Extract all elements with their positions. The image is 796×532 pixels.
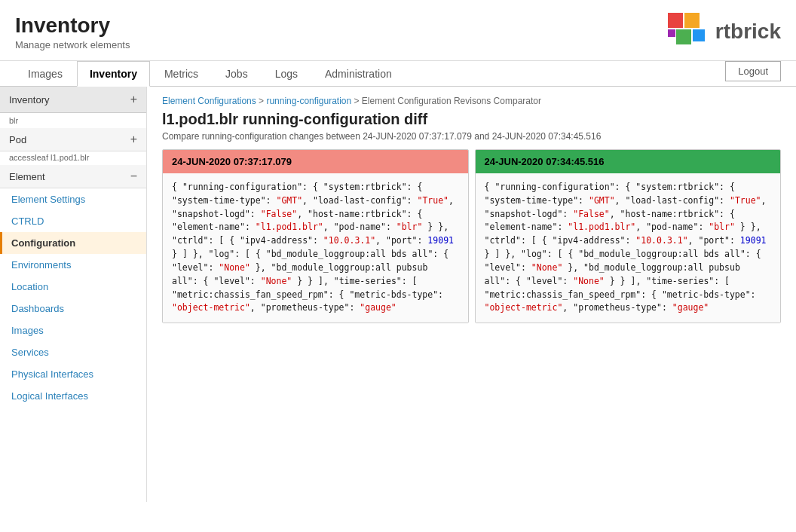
svg-rect-3 bbox=[693, 29, 705, 41]
sidebar-inventory-plus[interactable]: + bbox=[130, 93, 137, 106]
sidebar-item-dashboards[interactable]: Dashboards bbox=[0, 298, 146, 320]
svg-rect-4 bbox=[668, 29, 675, 37]
tab-logs[interactable]: Logs bbox=[262, 61, 311, 86]
sidebar-item-location[interactable]: Location bbox=[0, 276, 146, 298]
sidebar-pod-plus[interactable]: + bbox=[130, 133, 137, 146]
breadcrumb-part3: Element Configuration Revisons Comparato… bbox=[362, 96, 541, 106]
tab-administration[interactable]: Administration bbox=[312, 61, 405, 86]
diff-body-new[interactable]: { "running-configuration": { "system:rtb… bbox=[476, 173, 781, 323]
compare-description: Compare running-configuration changes be… bbox=[162, 131, 781, 142]
logout-button[interactable]: Logout bbox=[725, 61, 781, 81]
breadcrumb-part1[interactable]: Element Configurations bbox=[162, 96, 256, 106]
sidebar-element-header[interactable]: Element − bbox=[0, 165, 146, 188]
sidebar-item-images[interactable]: Images bbox=[0, 320, 146, 341]
tab-images[interactable]: Images bbox=[15, 61, 75, 86]
sidebar-pod-label: Pod bbox=[9, 134, 26, 145]
breadcrumb-sep1: > bbox=[259, 96, 266, 106]
nav-tabs-left: Images Inventory Metrics Jobs Logs Admin… bbox=[15, 61, 406, 86]
diff-container: 24-JUN-2020 07:37:17.079 { "running-conf… bbox=[162, 149, 781, 323]
rtbrick-logo-icon bbox=[664, 9, 709, 54]
main-content: Element Configurations > running-configu… bbox=[147, 87, 796, 502]
sidebar: Inventory + blr Pod + accessleaf l1.pod1… bbox=[0, 87, 147, 502]
breadcrumb-sep2: > bbox=[354, 96, 362, 106]
breadcrumb: Element Configurations > running-configu… bbox=[162, 96, 781, 106]
sidebar-element-minus[interactable]: − bbox=[130, 170, 137, 183]
rtbrick-logo-text: rtbrick bbox=[715, 20, 781, 44]
diff-panel-old: 24-JUN-2020 07:37:17.079 { "running-conf… bbox=[162, 149, 469, 323]
svg-rect-1 bbox=[684, 13, 700, 28]
sidebar-item-environments[interactable]: Environments bbox=[0, 254, 146, 276]
sidebar-inventory-label: Inventory bbox=[9, 94, 49, 105]
diff-header-old: 24-JUN-2020 07:37:17.079 bbox=[163, 150, 468, 173]
diff-body-old[interactable]: { "running-configuration": { "system:rtb… bbox=[163, 173, 468, 323]
diff-header-new: 24-JUN-2020 07:34:45.516 bbox=[476, 150, 781, 173]
page-title: l1.pod1.blr running-configuration diff bbox=[162, 111, 781, 128]
sidebar-pod-header[interactable]: Pod + bbox=[0, 128, 146, 151]
tab-metrics[interactable]: Metrics bbox=[152, 61, 211, 86]
diff-panel-new: 24-JUN-2020 07:34:45.516 { "running-conf… bbox=[475, 149, 782, 323]
svg-rect-2 bbox=[676, 29, 691, 44]
sidebar-item-configuration[interactable]: Configuration bbox=[0, 232, 146, 254]
tab-inventory[interactable]: Inventory bbox=[77, 61, 150, 87]
sidebar-item-element-settings[interactable]: Element Settings bbox=[0, 188, 146, 210]
svg-rect-0 bbox=[668, 13, 683, 28]
app-subtitle: Manage network elements bbox=[15, 39, 130, 50]
header-right: rtbrick bbox=[664, 9, 781, 54]
app-title: Inventory bbox=[15, 14, 130, 38]
logo: rtbrick bbox=[664, 9, 781, 54]
breadcrumb-part2[interactable]: running-configuration bbox=[266, 96, 351, 106]
main-layout: Inventory + blr Pod + accessleaf l1.pod1… bbox=[0, 87, 796, 502]
sidebar-element-path: accessleaf l1.pod1.blr bbox=[0, 151, 146, 165]
sidebar-item-services[interactable]: Services bbox=[0, 341, 146, 363]
sidebar-item-ctrld[interactable]: CTRLD bbox=[0, 210, 146, 232]
sidebar-element-label: Element bbox=[9, 171, 45, 182]
tab-jobs[interactable]: Jobs bbox=[213, 61, 261, 86]
app-header: Inventory Manage network elements rtbric… bbox=[0, 0, 796, 61]
sidebar-item-logical-interfaces[interactable]: Logical Interfaces bbox=[0, 385, 146, 407]
nav-tabs: Images Inventory Metrics Jobs Logs Admin… bbox=[0, 61, 796, 87]
sidebar-blr-label: blr bbox=[0, 113, 146, 128]
sidebar-inventory-header[interactable]: Inventory + bbox=[0, 87, 146, 113]
header-left: Inventory Manage network elements bbox=[15, 14, 130, 50]
sidebar-item-physical-interfaces[interactable]: Physical Interfaces bbox=[0, 363, 146, 385]
